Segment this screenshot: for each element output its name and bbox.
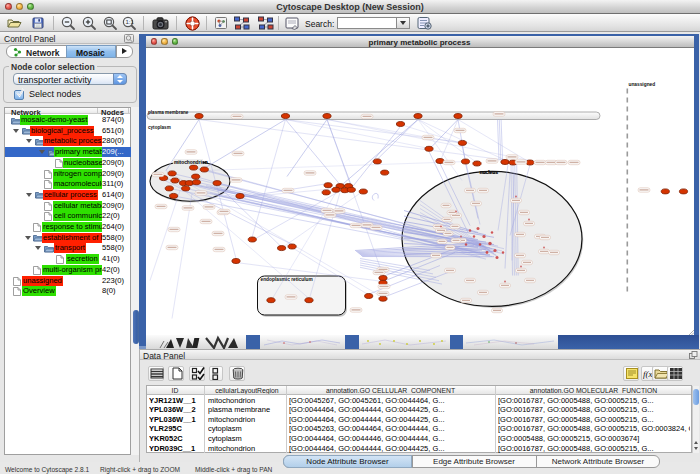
svg-text:plasma membrane: plasma membrane [148,110,189,115]
svg-text:1:1: 1:1 [126,19,135,25]
svg-text:nucleus: nucleus [480,170,498,175]
svg-text:cytoplasm: cytoplasm [148,125,171,130]
svg-text:mitochondrion: mitochondrion [174,159,208,164]
svg-text:endoplasmic reticulum: endoplasmic reticulum [261,277,313,282]
svg-text:unassigned: unassigned [629,82,656,87]
